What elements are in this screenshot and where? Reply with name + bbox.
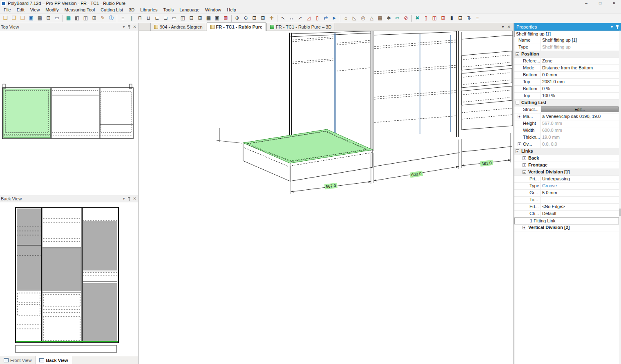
open-file-icon[interactable]: ❑ [18, 14, 27, 22]
display-bottom-band-icon[interactable]: ⊔ [144, 14, 153, 22]
collapse-minus-icon[interactable]: − [516, 149, 519, 153]
prop-row-type[interactable]: TypeGroove [514, 183, 619, 190]
minimize-button[interactable]: – [579, 0, 593, 7]
prop-row-vertical-division-2[interactable]: +Vertical Division [2] [514, 224, 619, 231]
back-view-canvas[interactable] [0, 202, 138, 356]
info-icon[interactable]: ⓘ [107, 14, 116, 22]
expand-plus-icon[interactable]: + [523, 226, 526, 229]
prop-value[interactable]: 0 % [541, 86, 619, 92]
menu-measuring-tool[interactable]: Measuring Tool [62, 7, 98, 13]
prop-row-to[interactable]: To... [514, 197, 619, 204]
menu-help[interactable]: Help [224, 7, 239, 13]
menu-3d[interactable]: 3D [126, 7, 137, 13]
view-tab-back-view[interactable]: Back View [36, 356, 72, 364]
sort-items-icon[interactable]: ⇅ [465, 14, 473, 22]
new-document-icon[interactable]: ❏ [1, 14, 10, 22]
shape-steps-icon[interactable]: ▤ [376, 14, 384, 22]
door-red-double-icon[interactable]: ◫ [430, 14, 439, 22]
prop-row-ma[interactable]: +Ma...a Veneer/chip oak 0190, 19.0 [514, 113, 619, 120]
prop-value[interactable]: 600.0 mm [541, 127, 619, 134]
prop-row-type[interactable]: TypeShelf fitting up [514, 44, 619, 51]
prop-row-bottom[interactable]: Bottom0 % [514, 86, 619, 93]
prop-value[interactable]: 0.0, 0.0 [541, 141, 619, 148]
zoom-out-icon[interactable]: ⊖ [241, 14, 250, 22]
pan-icon[interactable]: ✚ [267, 14, 276, 22]
menu-tools[interactable]: Tools [160, 7, 176, 13]
prop-row-height[interactable]: Height567.0 mm [514, 120, 619, 127]
prop-row-vertical-division-1[interactable]: −Vertical Division [1] [514, 169, 619, 176]
prop-group-links[interactable]: −Links [514, 148, 619, 155]
zoom-in-icon[interactable]: ⊕ [233, 14, 241, 22]
tab-close-icon[interactable]: ✕ [507, 23, 511, 31]
dimension-horizontal-icon[interactable]: ↔ [287, 14, 296, 22]
door-swing-icon[interactable]: ◿ [304, 14, 313, 22]
pen-tool-icon[interactable]: ✎ [98, 14, 107, 22]
chevron-down-icon[interactable]: ▾ [123, 24, 125, 29]
scrollbar-thumb[interactable] [619, 209, 621, 216]
display-doors-icon[interactable]: ◫ [179, 14, 187, 22]
collapse-minus-icon[interactable]: − [516, 101, 519, 104]
page-setup-icon[interactable]: ▭ [53, 14, 61, 22]
close-button[interactable]: ✕ [607, 0, 621, 7]
prop-value[interactable]: a Veneer/chip oak 0190, 19.0 [541, 113, 619, 120]
prop-row-mode[interactable]: ModeDistance from the Bottom [514, 65, 619, 72]
prop-row-top[interactable]: Top2081.0 mm [514, 79, 619, 86]
prop-value[interactable]: Zone [541, 58, 619, 64]
display-zones-icon[interactable]: ▦ [204, 14, 213, 22]
display-cutting-icon[interactable]: ⊠ [221, 14, 230, 22]
shape-polygon-icon[interactable]: ⌂ [342, 14, 350, 22]
delete-icon[interactable]: ⊘ [402, 14, 410, 22]
expand-plus-icon[interactable]: + [518, 115, 521, 118]
tool-cut-icon[interactable]: ✂ [393, 14, 402, 22]
display-outline-icon[interactable]: ≡ [118, 14, 127, 22]
select-arrow-icon[interactable]: ↖ [279, 14, 287, 22]
collapse-minus-icon[interactable]: − [523, 170, 526, 174]
prop-value[interactable] [541, 197, 619, 203]
collapse-minus-icon[interactable]: − [516, 52, 519, 56]
expand-plus-icon[interactable]: + [523, 156, 526, 160]
display-right-side-icon[interactable]: ⊐ [161, 14, 170, 22]
display-back-panel-icon[interactable]: ▭ [170, 14, 179, 22]
display-uprights-icon[interactable]: ∥ [127, 14, 136, 22]
properties-scrollbar[interactable] [619, 31, 621, 364]
open-project-icon[interactable]: ❐ [10, 14, 18, 22]
door-red-panel-icon[interactable]: ▯ [422, 14, 430, 22]
prop-row-gr[interactable]: Gr...5.0 mm [514, 190, 619, 197]
tab-list-chevron-icon[interactable]: ▾ [502, 23, 504, 31]
doc-tab-fr-tc1-rubio-pure[interactable]: FR - TC1 - Rubio Pure [207, 22, 266, 31]
prop-group-position[interactable]: −Position [514, 51, 619, 58]
menu-modify[interactable]: Modify [42, 7, 61, 13]
prop-row-frontage[interactable]: +Frontage [514, 162, 619, 169]
door-front-icon[interactable]: ▯ [313, 14, 322, 22]
menu-window[interactable]: Window [202, 7, 224, 13]
prop-row-ov[interactable]: +Ov...0.0, 0.0 [514, 141, 619, 148]
selected-zone-top-view[interactable] [4, 89, 50, 138]
drawing-3d-view[interactable]: 567.0 600.0 381.0 [139, 31, 513, 364]
prop-row-name[interactable]: NameShelf fitting up [1] [514, 37, 619, 44]
prop-row-top[interactable]: Top100 % [514, 93, 619, 100]
prop-row-ch[interactable]: Ch...Default [514, 211, 619, 218]
shape-cylinder-icon[interactable]: ◎ [359, 14, 367, 22]
flow-arrow-icon[interactable]: ► [330, 14, 339, 22]
zone-view-icon[interactable]: ◫ [81, 14, 90, 22]
display-left-side-icon[interactable]: ⊏ [153, 14, 161, 22]
zoom-fit-icon[interactable]: ⊞ [259, 14, 267, 22]
measuring-tool-icon[interactable]: ▦ [64, 14, 73, 22]
cabinet-view-icon[interactable]: ◧ [73, 14, 81, 22]
pin-icon[interactable] [127, 25, 131, 29]
panel-rows-icon[interactable]: ⊟ [456, 14, 465, 22]
print-preview-icon[interactable]: ⊡ [44, 14, 53, 22]
prop-value[interactable]: Shelf fitting up [1] [541, 37, 619, 44]
shape-triangle-icon[interactable]: △ [367, 14, 376, 22]
expand-plus-icon[interactable]: + [523, 163, 526, 167]
frame-red-icon[interactable]: ⊞ [439, 14, 447, 22]
maximize-button[interactable]: □ [593, 0, 607, 7]
dimension-diagonal-icon[interactable]: ↗ [296, 14, 304, 22]
display-shelves-icon[interactable]: ⊟ [187, 14, 196, 22]
prop-row-pri[interactable]: Pri...Underpassing [514, 176, 619, 183]
expand-plus-icon[interactable]: + [518, 142, 521, 146]
panel-solid-icon[interactable]: ▮ [447, 14, 456, 22]
prop-row-struct[interactable]: Struct...Edit... [514, 107, 619, 113]
prop-value[interactable]: Underpassing [541, 176, 619, 182]
pin-icon[interactable] [127, 197, 131, 201]
